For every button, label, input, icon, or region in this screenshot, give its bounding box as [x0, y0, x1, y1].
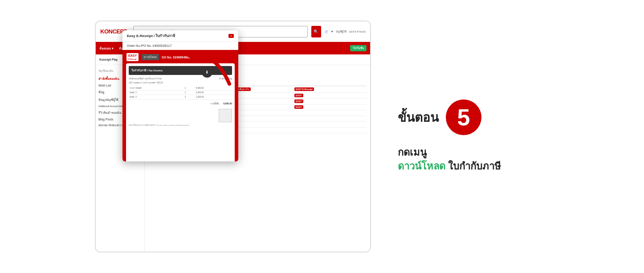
- popup-close-button[interactable]: ×: [228, 34, 234, 38]
- main-container: KONCEPT ค้นหาสินค้าที่คุณต้องการได้เลย 🔍…: [0, 0, 644, 273]
- nav-icons: 🛒 ♥ บัญชีผู้ใช้ ออกจากระบบ: [325, 29, 366, 34]
- nav-bedroom[interactable]: ห้องนอน ▾: [99, 46, 114, 51]
- receipt-doc-title-text: ใบกำกับภาษี / Tax Invoice: [131, 68, 163, 73]
- arrow-container: [180, 44, 238, 90]
- popup-title: Easy E-Receipt / ใบกำกับภาษี: [127, 33, 175, 39]
- nav-play[interactable]: Koncept Play: [99, 58, 118, 61]
- easy-logo-text: EASYE-Receipt: [128, 54, 137, 60]
- download-label-button[interactable]: ดาวน์โหลด: [142, 54, 159, 60]
- step-number: 5: [457, 106, 470, 129]
- item-name: สินค้า 3: [129, 95, 184, 99]
- easy-logo: EASYE-Receipt: [126, 53, 139, 62]
- receipt-footer-text: เอกสารนี้ออกโดยระบบอิเล็กทรอนิกส์ / This…: [129, 124, 232, 127]
- instruction-normal: ใบกำกับภาษี: [445, 161, 501, 172]
- instruction-line1: กดเมนู: [398, 147, 427, 158]
- qr-code: [219, 109, 232, 122]
- receipt-item-row: สินค้า 3 2 1,200.00: [129, 95, 232, 99]
- item-qty: 2: [184, 95, 195, 99]
- arrow-graphic: [180, 44, 238, 88]
- total-value: 9,690.00: [224, 102, 232, 105]
- popup-header: Easy E-Receipt / ใบกำกับภาษี ×: [122, 30, 238, 42]
- screenshot-card: KONCEPT ค้นหาสินค้าที่คุณต้องการได้เลย 🔍…: [95, 21, 371, 252]
- instruction-panel: ขั้นตอน 5 กดเมนู ดาวน์โหลด ใบกำกับภาษี: [371, 99, 567, 174]
- instruction-text: กดเมนู ดาวน์โหลด ใบกำกับภาษี: [398, 146, 501, 174]
- address-text: 123 ถนนพระราม 9 กรุงเทพฯ 10110: [129, 81, 163, 84]
- promo-button[interactable]: โปรโมชั่น: [350, 45, 367, 51]
- easy-receipt-badge[interactable]: EASY: [294, 94, 303, 97]
- total-label: รวมทั้งสิ้น: [210, 102, 219, 105]
- svg-marker-0: [187, 52, 197, 62]
- receipt-total-row: รวมทั้งสิ้น 9,690.00: [129, 102, 232, 105]
- popup-title-row: Easy E-Receipt / ใบกำกับภาษี: [127, 33, 175, 39]
- cart-icon[interactable]: 🛒: [325, 30, 329, 33]
- item-price: 2,500.00: [195, 91, 232, 95]
- col-action: [293, 79, 367, 86]
- account-icon[interactable]: บัญชีผู้ใช้: [336, 29, 346, 34]
- company-name: บริษัท คอนเซ็ปต์ เฟอร์นิเจอร์ จำกัด: [129, 77, 162, 80]
- easy-receipt-badge[interactable]: EASY E-Receipt: [294, 87, 314, 91]
- search-button[interactable]: 🔍: [311, 26, 321, 37]
- item-name: รายการสินค้า: [129, 86, 184, 91]
- col-status: [234, 79, 293, 86]
- easy-receipt-badge[interactable]: EASY: [294, 99, 303, 103]
- easy-receipt-badge[interactable]: EASY: [294, 105, 303, 109]
- item-price: 1,200.00: [195, 95, 232, 99]
- website-mockup: KONCEPT ค้นหาสินค้าที่คุณต้องการได้เลย 🔍…: [96, 21, 370, 252]
- step-label: ขั้นตอน: [398, 108, 439, 127]
- item-qty: 1: [184, 91, 195, 95]
- receipt-item-row: สินค้า 2 1 2,500.00: [129, 91, 232, 95]
- logout-icon[interactable]: ออกจากระบบ: [349, 29, 366, 34]
- instruction-highlight: ดาวน์โหลด: [398, 161, 445, 172]
- step-row: ขั้นตอน 5: [398, 99, 481, 135]
- heart-icon[interactable]: ♥: [331, 30, 333, 33]
- item-name: สินค้า 2: [129, 91, 184, 95]
- step-number-circle: 5: [446, 99, 481, 135]
